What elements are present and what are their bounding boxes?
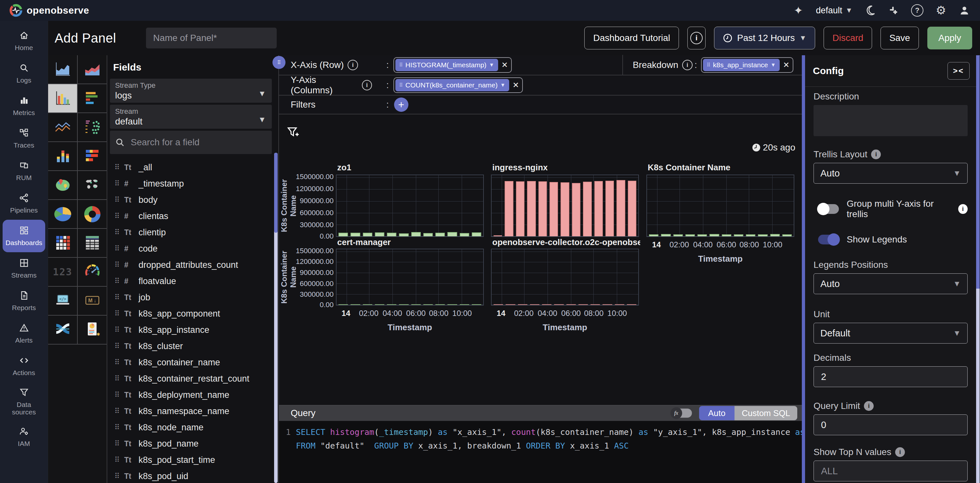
description-textarea[interactable] [813,105,968,136]
chart-type-table-chart[interactable] [78,229,107,257]
sidebar-item-rum[interactable]: RUM [0,155,48,187]
chart-type-stacked-area-chart[interactable] [78,55,107,84]
fx-function-toggle[interactable]: fx [671,408,692,418]
chart-type-markdown-chart[interactable]: M↓ [78,287,107,315]
sidebar-item-dashboards[interactable]: Dashboards [3,220,45,252]
drag-handle-icon[interactable]: ⠿ [115,163,124,172]
drag-handle-icon[interactable]: ⠿ [115,293,124,302]
chart-type-horizontal-bar-chart[interactable] [78,84,107,113]
discard-button[interactable]: Discard [824,27,872,49]
sidebar-item-reports[interactable]: Reports [0,285,48,317]
fields-scrollbar-thumb[interactable] [274,153,278,233]
remove-y-axis-field-icon[interactable]: ✕ [512,81,519,90]
drag-handle-icon[interactable]: ⠿ [115,342,124,350]
field-row-dropped_attributes_count[interactable]: ⠿#dropped_attributes_count [107,257,276,273]
chart-type-bar-chart[interactable] [48,84,77,113]
add-filter-button[interactable]: + [394,97,408,112]
filter-funnel-icon[interactable] [286,126,299,140]
field-row-k8s_container_restart_count[interactable]: ⠿Ttk8s_container_restart_count [107,370,276,387]
gear-icon[interactable]: ⚙ [935,5,947,16]
drag-handle-icon[interactable]: ⠿ [115,326,124,334]
stream-select[interactable]: Stream default ▼ [110,105,272,129]
sparkle-icon[interactable]: ✦ [792,5,804,16]
field-row-job[interactable]: ⠿Ttjob [107,289,276,305]
remove-x-axis-field-icon[interactable]: ✕ [501,60,508,70]
drag-handle-icon[interactable]: ⠿ [115,180,124,188]
drag-handle-icon[interactable]: ⠿ [115,456,124,464]
custom-sql-button[interactable]: Custom SQL [735,406,797,420]
sidebar-item-logs[interactable]: Logs [0,57,48,90]
slack-icon[interactable] [888,5,899,16]
drag-handle-icon[interactable]: ⠿ [115,261,124,269]
field-row-body[interactable]: ⠿Ttbody [107,192,276,208]
drag-handle-icon[interactable]: ⠿ [115,212,124,220]
dashboard-tutorial-button[interactable]: Dashboard Tutorial [584,27,679,49]
info-icon[interactable]: i [348,60,358,70]
collapse-config-button[interactable]: >< [948,62,970,79]
chart-type-metric-text[interactable]: 123 [48,258,77,286]
drag-handle-icon[interactable]: ⠿ [115,423,124,432]
sidebar-item-actions[interactable]: Actions [0,350,48,382]
field-row-floatvalue[interactable]: ⠿#floatvalue [107,273,276,289]
remove-breakdown-field-icon[interactable]: ✕ [783,60,789,70]
field-row-k8s_node_name[interactable]: ⠿Ttk8s_node_name [107,419,276,435]
field-row-code[interactable]: ⠿#code [107,240,276,257]
drag-handle-icon[interactable]: ⠿ [115,228,124,237]
chart-type-sankey-chart[interactable] [48,316,77,344]
org-selector[interactable]: default ▼ [816,6,853,16]
collapse-fields-button[interactable]: ⠿ [272,56,285,69]
field-row-_all[interactable]: ⠿Tt_all [107,159,276,176]
sidebar-item-traces[interactable]: Traces [0,122,48,155]
drag-handle-icon[interactable]: ⠿ [115,195,124,204]
panel-resizer[interactable] [802,55,805,483]
chart-type-scatter-chart[interactable] [78,113,107,141]
field-row-k8s_namespace_name[interactable]: ⠿Ttk8s_namespace_name [107,403,276,419]
sidebar-item-metrics[interactable]: Metrics [0,90,48,122]
drag-handle-icon[interactable]: ⠿ [115,375,124,383]
field-row-k8s_pod_uid[interactable]: ⠿Ttk8s_pod_uid [107,468,276,483]
help-icon[interactable]: ? [911,4,923,17]
chart-type-maps-chart[interactable] [78,171,107,199]
sidebar-item-pipelines[interactable]: Pipelines [0,187,48,220]
x-axis-field-chip[interactable]: ⠿ HISTOGRAM(_timestamp) ▼ [395,59,498,71]
field-row-k8s_app_component[interactable]: ⠿Ttk8s_app_component [107,305,276,322]
query-limit-input[interactable] [813,415,968,435]
field-row-k8s_cluster[interactable]: ⠿Ttk8s_cluster [107,338,276,354]
field-row-k8s_pod_start_time[interactable]: ⠿Ttk8s_pod_start_time [107,452,276,468]
field-search-input[interactable] [130,137,255,148]
drag-handle-icon[interactable]: ⠿ [115,245,124,253]
unit-select[interactable]: Default▼ [813,323,968,343]
field-row-k8s_pod_name[interactable]: ⠿Ttk8s_pod_name [107,435,276,452]
chart-type-line-chart[interactable] [48,113,77,141]
field-row-k8s_deployment_name[interactable]: ⠿Ttk8s_deployment_name [107,387,276,403]
chart-type-heatmap-chart[interactable] [48,229,77,257]
chart-type-geomap-chart[interactable] [48,171,77,199]
sidebar-item-data-sources[interactable]: Datasources [0,382,48,421]
trellis-layout-select[interactable]: Auto▼ [813,163,968,184]
chart-type-custom-chart[interactable]: ✱ [78,316,107,344]
legends-positions-select[interactable]: Auto▼ [813,273,968,294]
chart-type-pie-chart[interactable] [48,200,77,228]
info-icon[interactable]: i [895,447,905,457]
time-range-button[interactable]: Past 12 Hours ▼ [714,27,815,49]
field-row-clientip[interactable]: ⠿Ttclientip [107,224,276,240]
chart-type-area-chart[interactable] [48,55,77,84]
info-icon[interactable]: i [958,204,968,214]
dark-mode-icon[interactable] [864,5,876,16]
field-row-clientas[interactable]: ⠿#clientas [107,208,276,224]
show-legends-toggle[interactable] [818,235,839,245]
chart-type-stacked-bar-chart[interactable] [48,142,77,170]
info-button[interactable]: i [687,27,706,49]
save-button[interactable]: Save [880,27,919,49]
stream-type-select[interactable]: Stream Type logs ▼ [110,79,272,103]
field-row-k8s_app_instance[interactable]: ⠿Ttk8s_app_instance [107,322,276,338]
drag-handle-icon[interactable]: ⠿ [115,391,124,399]
info-icon[interactable]: i [864,401,874,411]
sidebar-item-streams[interactable]: Streams [0,252,48,285]
auto-mode-button[interactable]: Auto [699,406,735,420]
decimals-input[interactable] [813,366,968,387]
drag-handle-icon[interactable]: ⠿ [115,407,124,415]
chart-type-donut-chart[interactable] [78,200,107,228]
field-row-k8s_container_name[interactable]: ⠿Ttk8s_container_name [107,354,276,370]
chart-type-gauge-chart[interactable] [78,258,107,286]
